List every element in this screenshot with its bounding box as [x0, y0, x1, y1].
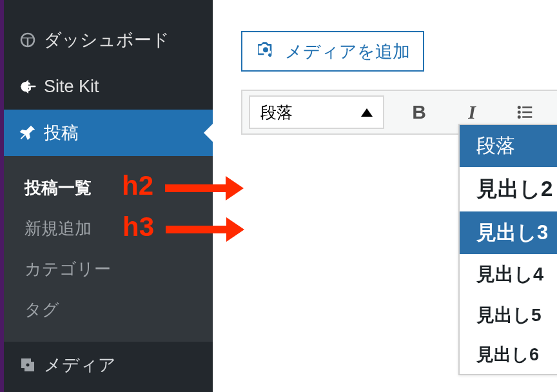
sidebar-item-label: ダッシュボード — [44, 28, 170, 52]
svg-rect-7 — [522, 116, 532, 118]
sidebar-item-sitekit[interactable]: G Site Kit — [4, 63, 213, 110]
format-option-h6[interactable]: 見出し6 — [460, 335, 557, 374]
editor-area: メディアを追加 段落 B I 123 段落 見出し2 見出し3 見出し4 見出し… — [213, 0, 557, 392]
sidebar-item-posts[interactable]: 投稿 — [4, 110, 213, 156]
bold-button[interactable]: B — [401, 95, 437, 129]
sidebar-item-label: 投稿 — [44, 121, 79, 144]
sidebar-item-label: メディア — [44, 353, 116, 377]
sitekit-icon: G — [18, 77, 44, 96]
format-option-h5[interactable]: 見出し5 — [460, 295, 557, 335]
sidebar-item-dashboard[interactable]: ダッシュボード — [4, 17, 213, 63]
format-select-label: 段落 — [260, 102, 293, 123]
camera-music-icon — [255, 39, 276, 64]
svg-point-6 — [518, 115, 521, 119]
admin-sidebar: ダッシュボード G Site Kit 投稿 投稿一覧 新規追加 カテゴリー タグ… — [0, 0, 213, 392]
svg-text:G: G — [21, 79, 32, 95]
add-media-button[interactable]: メディアを追加 — [241, 31, 424, 72]
format-option-paragraph[interactable]: 段落 — [460, 125, 557, 167]
format-option-h4[interactable]: 見出し4 — [460, 254, 557, 295]
sidebar-item-label: Site Kit — [44, 77, 99, 97]
media-icon — [18, 355, 44, 375]
add-media-label: メディアを追加 — [285, 40, 410, 63]
annotation-h2-arrow — [165, 184, 228, 192]
svg-point-2 — [518, 106, 521, 109]
sidebar-item-media[interactable]: メディア — [4, 342, 213, 388]
sidebar-item-pages[interactable]: 固定ページ — [4, 388, 213, 392]
submenu-tags[interactable]: タグ — [24, 289, 213, 330]
dashboard-icon — [18, 30, 44, 50]
svg-point-1 — [26, 364, 30, 367]
svg-rect-5 — [522, 112, 532, 113]
format-dropdown: 段落 見出し2 見出し3 見出し4 見出し5 見出し6 — [458, 124, 557, 375]
format-option-h2[interactable]: 見出し2 — [460, 167, 557, 211]
svg-rect-3 — [522, 106, 532, 108]
annotation-h2-label: h2 — [122, 170, 153, 201]
submenu-categories[interactable]: カテゴリー — [24, 249, 213, 289]
caret-up-icon — [361, 108, 373, 117]
annotation-h3-arrow — [166, 226, 229, 233]
svg-point-4 — [518, 111, 521, 114]
format-option-h3[interactable]: 見出し3 — [460, 211, 557, 254]
pin-icon — [18, 123, 44, 142]
annotation-h3-label: h3 — [122, 211, 154, 242]
format-select[interactable]: 段落 — [249, 95, 384, 129]
